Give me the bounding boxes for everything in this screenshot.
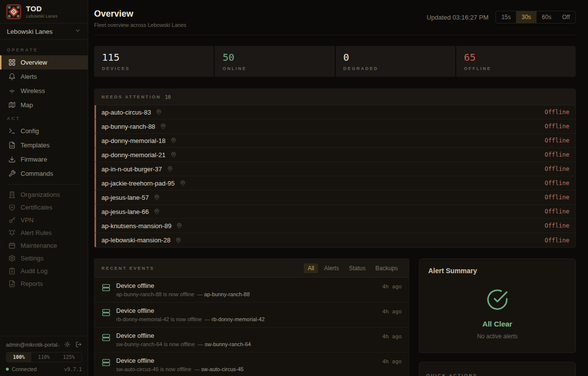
bell-icon (8, 73, 16, 80)
tab-alerts[interactable]: Alerts (320, 263, 343, 273)
chevron-down-icon (74, 27, 81, 35)
user-email: admin@mikrotik-portal.dev (6, 342, 59, 348)
sidebar-item-audit-log[interactable]: Audit Log (0, 264, 88, 277)
attention-row[interactable]: ap-bunny-ranch-88 Offline (95, 119, 575, 134)
refresh-option-15s[interactable]: 15s (496, 11, 516, 23)
refresh-option-off[interactable]: Off (557, 11, 575, 23)
gear-icon (8, 255, 16, 262)
refresh-option-30s[interactable]: 30s (516, 11, 536, 23)
server-icon (101, 283, 111, 292)
sidebar-item-label: Reports (21, 280, 43, 287)
sidebar-item-organizations[interactable]: Organizations (0, 188, 88, 201)
clipboard-icon (8, 267, 16, 275)
event-time: 4h ago (382, 307, 402, 315)
page-title: Overview (94, 9, 186, 19)
map-pin-icon[interactable] (175, 237, 181, 243)
zoom-option-110[interactable]: 110% (31, 352, 56, 362)
stat-offline-value: 65 (464, 51, 568, 63)
recent-events-title: RECENT EVENTS (101, 266, 154, 271)
map-pin-icon[interactable] (171, 152, 176, 158)
sidebar-item-alert-rules[interactable]: Alert Rules (0, 226, 88, 239)
map-pin-icon[interactable] (154, 209, 160, 214)
zoom-option-125[interactable]: 125% (56, 352, 81, 362)
sidebar-item-vpn[interactable]: VPN (0, 213, 88, 226)
sidebar-item-templates[interactable]: Templates (0, 138, 88, 152)
event-row[interactable]: Device offline sw-auto-circus-45 is now … (95, 352, 409, 376)
sidebar-item-firmware[interactable]: Firmware (0, 152, 88, 166)
sidebar-item-commands[interactable]: Commands (0, 166, 88, 181)
sidebar-item-overview[interactable]: Overview (0, 55, 88, 70)
tab-all[interactable]: All (304, 263, 318, 273)
sun-icon[interactable] (64, 341, 71, 348)
stat-devices: 115 DEVICES (94, 46, 214, 77)
needs-attention-count: 10 (165, 94, 171, 100)
org-selector[interactable]: Lebowski Lanes (0, 24, 88, 40)
updated-time: 03:16:27 PM (452, 14, 489, 21)
sidebar-item-alerts[interactable]: Alerts (0, 70, 88, 84)
sidebar-item-label: Alerts (21, 73, 37, 80)
attention-row[interactable]: ap-lebowski-mansion-28 Offline (95, 233, 575, 247)
sidebar-item-map[interactable]: Map (0, 98, 88, 112)
event-description: sw-auto-circus-45 is now offline (116, 366, 191, 372)
attention-row[interactable]: ap-jesus-lane-57 Offline (95, 190, 575, 205)
attention-row[interactable]: ap-donny-memorial-21 Offline (95, 148, 575, 162)
attention-row[interactable]: ap-knutsens-mansion-89 Offline (95, 219, 575, 233)
stat-degraded-label: DEGRADED (343, 66, 447, 71)
sidebar-item-reports[interactable]: Reports (0, 277, 88, 290)
sidebar-item-label: Templates (21, 141, 49, 149)
tab-backups[interactable]: Backups (371, 263, 402, 273)
org-selector-value: Lebowski Lanes (7, 28, 52, 35)
event-list: Device offline ap-bunny-ranch-88 is now … (95, 278, 409, 376)
stat-offline-label: OFFLINE (464, 66, 568, 71)
map-pin-icon[interactable] (154, 194, 160, 200)
map-pin-icon[interactable] (167, 166, 173, 172)
nav-divider (7, 184, 81, 185)
event-time: 4h ago (382, 357, 402, 365)
zoom-option-100[interactable]: 100% (6, 352, 31, 362)
sidebar-item-label: Commands (21, 170, 53, 177)
status-badge: Offline (544, 109, 569, 116)
sidebar-item-maintenance[interactable]: Maintenance (0, 239, 88, 252)
event-row[interactable]: Device offline sw-bunny-ranch-64 is now … (95, 328, 409, 352)
map-pin-icon[interactable] (156, 109, 162, 115)
sidebar-item-wireless[interactable]: Wireless (0, 84, 88, 98)
logout-icon[interactable] (75, 341, 82, 348)
event-time: 4h ago (382, 282, 402, 290)
stat-offline: 65 OFFLINE (456, 46, 576, 77)
alert-summary-status: All Clear (483, 320, 513, 328)
sidebar-item-config[interactable]: Config (0, 124, 88, 138)
status-badge: Offline (544, 208, 569, 215)
tab-status[interactable]: Status (345, 263, 369, 273)
map-pin-icon[interactable] (176, 223, 182, 229)
attention-row[interactable]: ap-auto-circus-83 Offline (95, 105, 575, 119)
sidebar-item-label: Organizations (21, 191, 60, 198)
sidebar-item-settings[interactable]: Settings (0, 252, 88, 264)
file-code-icon (8, 141, 16, 149)
event-row[interactable]: Device offline ap-bunny-ranch-88 is now … (95, 278, 409, 303)
map-pin-icon[interactable] (180, 180, 186, 186)
attention-row[interactable]: ap-in-n-out-burger-37 Offline (95, 162, 575, 176)
event-time: 4h ago (382, 332, 402, 340)
map-pin-icon[interactable] (160, 123, 166, 129)
event-title: Device offline (116, 282, 250, 289)
attention-row[interactable]: ap-donny-memorial-18 Offline (95, 134, 575, 148)
event-title: Device offline (116, 357, 244, 364)
page-subtitle: Fleet overview across Lebowski Lanes (94, 22, 186, 28)
sidebar-item-certificates[interactable]: Certificates (0, 201, 88, 213)
status-badge: Offline (544, 180, 569, 187)
event-device: sw-bunny-ranch-64 (205, 341, 251, 347)
attention-row[interactable]: ap-jesus-lane-66 Offline (95, 205, 575, 219)
refresh-option-60s[interactable]: 60s (537, 11, 557, 23)
event-row[interactable]: Device offline rb-donny-memorial-42 is n… (95, 303, 409, 328)
map-pin-icon[interactable] (171, 138, 176, 143)
device-name: ap-donny-memorial-21 (101, 151, 166, 159)
file-chart-icon (8, 280, 16, 287)
event-description: rb-donny-memorial-42 is now offline (116, 316, 202, 322)
status-badge: Offline (544, 222, 569, 229)
attention-row[interactable]: ap-jackie-treehorn-pad-95 Offline (95, 176, 575, 190)
sidebar-nav: OPERATE Overview Alerts Wireless Map ACT… (0, 40, 88, 336)
server-icon (101, 358, 111, 367)
stat-devices-value: 115 (102, 51, 206, 63)
event-filter-tabs: All Alerts Status Backups (304, 263, 402, 273)
app-org-subtitle: Lebowski Lanes (26, 14, 58, 19)
